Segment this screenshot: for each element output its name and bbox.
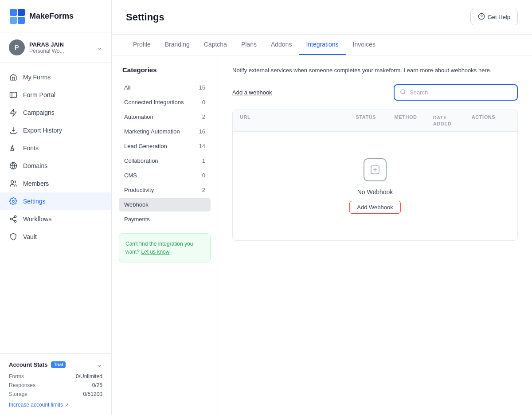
campaigns-icon: [9, 108, 18, 117]
category-automation[interactable]: Automation 2: [119, 110, 211, 124]
tab-invoices[interactable]: Invoices: [346, 35, 383, 55]
let-us-know-link[interactable]: Let us know: [141, 249, 169, 255]
svg-point-6: [11, 180, 14, 183]
category-count: 1: [202, 157, 205, 164]
avatar: P: [9, 39, 25, 55]
get-help-button[interactable]: Get Help: [470, 9, 518, 25]
external-link-icon: ↗: [65, 402, 69, 408]
sidebar-item-label: Export History: [23, 127, 62, 134]
stat-forms-value: 0/Unlimited: [76, 373, 102, 380]
category-collaboration[interactable]: Collaboration 1: [119, 154, 211, 168]
integrations-description: Notify external services when someone co…: [232, 66, 516, 75]
category-count: 14: [199, 143, 205, 149]
sidebar-item-label: Domains: [23, 162, 47, 169]
add-webhook-link[interactable]: Add a webhook: [232, 89, 272, 96]
svg-rect-3: [18, 17, 25, 24]
logo-icon: [9, 8, 25, 24]
svg-rect-4: [10, 92, 17, 98]
sidebar-item-my-forms[interactable]: My Forms: [0, 68, 111, 86]
stat-forms-label: Forms: [9, 373, 24, 380]
category-productivity[interactable]: Productivity 2: [119, 183, 211, 197]
category-lead[interactable]: Lead Generation 14: [119, 139, 211, 153]
sidebar-item-settings[interactable]: Settings: [0, 192, 111, 210]
workflows-icon: [9, 215, 18, 223]
table-header: URL STATUS METHOD DATEADDED ACTIONS: [233, 110, 517, 132]
content-area: Categories All 15 Connected Integrations…: [112, 55, 532, 415]
tab-profile[interactable]: Profile: [126, 35, 158, 55]
category-payments[interactable]: Payments: [119, 212, 211, 226]
nav-menu: My Forms Form Portal Campaigns Export Hi…: [0, 63, 111, 353]
category-label: Connected Integrations: [124, 99, 184, 106]
svg-point-9: [10, 218, 12, 220]
page-header: Settings Get Help: [112, 0, 532, 35]
integrations-toolbar: Add a webhook: [232, 84, 518, 101]
category-webhook[interactable]: Webhook: [119, 198, 211, 211]
svg-point-7: [12, 200, 15, 203]
sidebar-item-label: Form Portal: [23, 91, 55, 98]
tab-captcha[interactable]: Captcha: [197, 35, 234, 55]
search-input[interactable]: [410, 89, 512, 96]
tab-branding[interactable]: Branding: [158, 35, 197, 55]
table-empty-state: No Webhook Add Webhook: [233, 132, 517, 240]
category-label: CMS: [124, 172, 137, 179]
stat-responses: Responses 0/25: [9, 382, 102, 388]
tab-plans[interactable]: Plans: [234, 35, 264, 55]
sidebar-item-form-portal[interactable]: Form Portal: [0, 86, 111, 104]
sidebar-item-vault[interactable]: Vault: [0, 228, 111, 246]
add-webhook-button[interactable]: Add Webhook: [349, 201, 400, 214]
sidebar-item-export-history[interactable]: Export History: [0, 121, 111, 139]
sidebar: MakeForms P PARAS JAIN Personal Wo... ⌄ …: [0, 0, 112, 415]
category-connected[interactable]: Connected Integrations 0: [119, 95, 211, 109]
cant-find-box: Can't find the integration you want? Let…: [119, 233, 211, 262]
stat-storage-label: Storage: [9, 391, 27, 397]
chevron-down-icon: ⌄: [97, 44, 102, 51]
sidebar-item-fonts[interactable]: Fonts: [0, 139, 111, 157]
category-marketing[interactable]: Marketing Automation 16: [119, 125, 211, 138]
category-count: 2: [202, 114, 205, 120]
sidebar-item-members[interactable]: Members: [0, 175, 111, 192]
sidebar-item-label: Vault: [23, 233, 37, 240]
col-url: URL: [240, 114, 356, 127]
category-count: 2: [202, 187, 205, 193]
category-label: Marketing Automation: [124, 128, 180, 135]
account-stats-header[interactable]: Account Stats Trial ⌄: [9, 361, 102, 368]
domains-icon: [9, 161, 18, 170]
export-icon: [9, 126, 18, 135]
svg-point-12: [401, 90, 405, 94]
svg-point-8: [14, 216, 16, 218]
category-count: 0: [202, 172, 205, 179]
sidebar-item-workflows[interactable]: Workflows: [0, 210, 111, 228]
search-box: [394, 84, 518, 101]
category-all[interactable]: All 15: [119, 81, 211, 94]
sidebar-item-label: Members: [23, 180, 49, 187]
increase-limits-label: Increase account limits: [9, 402, 63, 408]
svg-rect-0: [10, 9, 17, 16]
col-status: STATUS: [356, 114, 394, 127]
user-workspace: Personal Wo...: [29, 48, 93, 54]
user-name: PARAS JAIN: [29, 41, 93, 48]
user-info: PARAS JAIN Personal Wo...: [29, 41, 93, 54]
main-content: Settings Get Help Profile Branding Captc…: [112, 0, 532, 415]
sidebar-item-label: Settings: [23, 198, 46, 205]
category-count: 16: [199, 128, 205, 135]
members-icon: [9, 179, 18, 188]
user-section[interactable]: P PARAS JAIN Personal Wo... ⌄: [0, 32, 111, 63]
increase-limits-link[interactable]: Increase account limits ↗: [9, 402, 102, 408]
sidebar-item-domains[interactable]: Domains: [0, 157, 111, 175]
category-count: 15: [199, 84, 205, 91]
settings-tabs: Profile Branding Captcha Plans Addons In…: [112, 35, 532, 55]
account-stats-section: Account Stats Trial ⌄ Forms 0/Unlimited …: [0, 353, 111, 415]
stat-storage: Storage 0/51200: [9, 391, 102, 397]
tab-addons[interactable]: Addons: [264, 35, 299, 55]
category-label: Collaboration: [124, 157, 158, 164]
integrations-description-text: Notify external services when someone co…: [232, 67, 492, 74]
stat-storage-value: 0/51200: [83, 391, 102, 397]
category-cms[interactable]: CMS 0: [119, 168, 211, 182]
stat-forms: Forms 0/Unlimited: [9, 373, 102, 380]
svg-point-11: [478, 13, 484, 19]
category-label: Payments: [124, 216, 150, 223]
category-label: Productivity: [124, 187, 154, 193]
sidebar-item-label: My Forms: [23, 74, 51, 81]
sidebar-item-campaigns[interactable]: Campaigns: [0, 104, 111, 121]
tab-integrations[interactable]: Integrations: [299, 35, 345, 55]
